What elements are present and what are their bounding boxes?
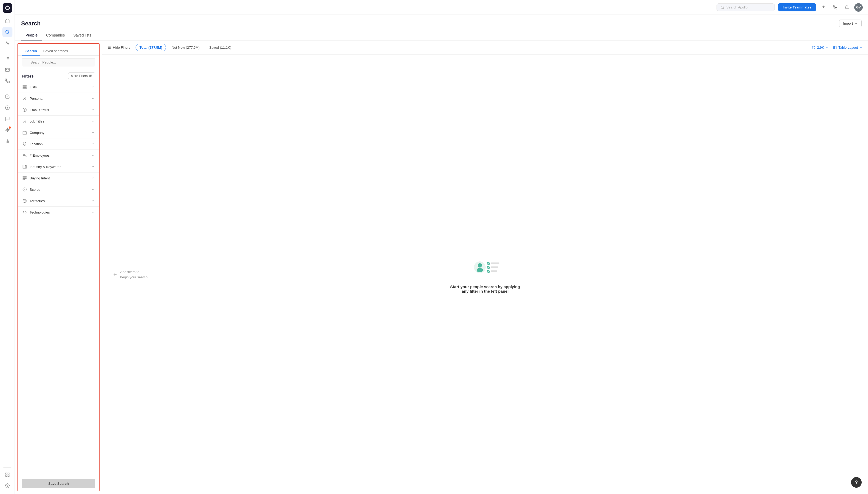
- svg-rect-40: [23, 165, 24, 168]
- filter-location[interactable]: Location: [18, 138, 99, 150]
- page-body: Search Import People Companies Saved lis…: [15, 15, 868, 494]
- svg-point-32: [24, 97, 25, 98]
- filter-employees[interactable]: # Employees: [18, 150, 99, 161]
- nav-divider-1: [3, 51, 12, 51]
- svg-rect-30: [23, 87, 26, 88]
- filter-persona-chevron: [91, 97, 95, 100]
- upload-icon[interactable]: [819, 3, 828, 12]
- svg-point-19: [7, 485, 8, 487]
- svg-point-34: [24, 109, 25, 110]
- filter-buying-intent[interactable]: Buying Intent: [18, 172, 99, 184]
- nav-lists[interactable]: [2, 470, 13, 480]
- industry-icon: [22, 164, 27, 169]
- count-chevron-icon: [826, 46, 829, 49]
- app-logo[interactable]: [3, 3, 12, 13]
- nav-analytics[interactable]: [2, 136, 13, 146]
- email-status-icon: [22, 108, 27, 112]
- invite-teammates-button[interactable]: Invite Teammates: [778, 3, 816, 12]
- add-filters-hint: Add filters to begin your search.: [113, 269, 149, 280]
- filter-location-chevron: [91, 142, 95, 146]
- filter-company[interactable]: Company: [18, 127, 99, 138]
- persona-icon: [22, 96, 27, 101]
- nav-engage[interactable]: [2, 38, 13, 48]
- panel-tab-saved[interactable]: Saved searches: [40, 47, 71, 56]
- svg-rect-26: [91, 75, 92, 76]
- import-button[interactable]: Import: [839, 20, 862, 27]
- svg-rect-71: [491, 270, 497, 272]
- page-title: Search: [21, 20, 40, 27]
- filter-scores-chevron: [91, 188, 95, 191]
- svg-point-37: [24, 143, 25, 144]
- tab-people[interactable]: People: [21, 31, 42, 40]
- filter-industry[interactable]: Industry & Keywords: [18, 161, 99, 172]
- filter-email-status[interactable]: Email Status: [18, 104, 99, 116]
- nav-tasks[interactable]: [2, 92, 13, 101]
- nav-lightning[interactable]: [2, 125, 13, 135]
- territories-icon: [22, 198, 27, 203]
- svg-point-20: [721, 6, 723, 8]
- svg-rect-29: [23, 86, 26, 86]
- filter-employees-chevron: [91, 153, 95, 157]
- sidebar-nav: [0, 0, 15, 494]
- filter-scores[interactable]: Scores: [18, 184, 99, 195]
- svg-rect-18: [8, 475, 9, 477]
- filter-tab-net-new[interactable]: Net New (277.5M): [168, 44, 203, 51]
- table-layout-chevron-icon: [860, 46, 863, 49]
- filter-company-chevron: [91, 131, 95, 134]
- svg-line-1: [8, 33, 9, 34]
- svg-rect-41: [24, 166, 25, 168]
- tab-companies[interactable]: Companies: [42, 31, 69, 40]
- nav-conversations[interactable]: [2, 114, 13, 124]
- panel-tab-search[interactable]: Search: [22, 47, 40, 56]
- phone-icon[interactable]: [831, 3, 839, 12]
- save-icon: [812, 46, 816, 50]
- save-search-button[interactable]: Save Search: [22, 479, 95, 488]
- filter-technologies[interactable]: Technologies: [18, 207, 99, 218]
- search-people-input[interactable]: [22, 58, 95, 66]
- empty-illustration: [469, 255, 501, 279]
- empty-state: Add filters to begin your search.: [102, 55, 868, 494]
- nav-deals[interactable]: [2, 103, 13, 113]
- tab-saved-lists[interactable]: Saved lists: [69, 31, 96, 40]
- nav-sequences[interactable]: [2, 54, 13, 64]
- filter-territories[interactable]: Territories: [18, 195, 99, 207]
- nav-divider-3: [3, 467, 12, 468]
- hint-line-2: begin your search.: [120, 274, 149, 280]
- svg-point-60: [487, 262, 490, 265]
- page-header: Search Import People Companies Saved lis…: [15, 15, 868, 40]
- nav-home[interactable]: [2, 16, 13, 26]
- svg-point-38: [23, 154, 25, 155]
- filter-tab-saved[interactable]: Saved (11.1K): [205, 44, 235, 51]
- nav-email[interactable]: [2, 65, 13, 75]
- nav-calls[interactable]: [2, 76, 13, 86]
- search-global-icon: [721, 5, 724, 9]
- filter-email-chevron: [91, 108, 95, 112]
- arrow-left-icon: [113, 272, 117, 277]
- location-icon: [22, 141, 27, 146]
- svg-line-21: [723, 8, 724, 9]
- global-search[interactable]: Search Apollo: [717, 3, 775, 11]
- filter-persona[interactable]: Persona: [18, 93, 99, 104]
- filter-tab-total[interactable]: Total (277.5M): [135, 44, 166, 51]
- svg-marker-11: [5, 128, 9, 132]
- count-button[interactable]: 2.9K: [812, 45, 829, 50]
- svg-rect-42: [25, 165, 26, 168]
- nav-settings[interactable]: [2, 481, 13, 491]
- svg-point-58: [478, 263, 482, 267]
- search-apollo-placeholder: Search Apollo: [726, 5, 747, 9]
- nav-search[interactable]: [2, 27, 13, 37]
- table-layout-button[interactable]: Table Layout: [833, 45, 863, 50]
- hide-filters-button[interactable]: Hide Filters: [108, 45, 130, 50]
- svg-point-59: [477, 268, 483, 272]
- bell-icon[interactable]: [843, 3, 851, 12]
- filter-job-titles[interactable]: Job Titles: [18, 116, 99, 127]
- filter-lines-icon: [108, 46, 111, 50]
- filter-lists[interactable]: Lists: [18, 81, 99, 93]
- hint-line-1: Add filters to: [120, 269, 149, 274]
- more-filters-button[interactable]: More Filters: [68, 73, 95, 79]
- svg-rect-31: [23, 88, 26, 89]
- svg-rect-52: [834, 46, 836, 49]
- user-avatar[interactable]: GV: [854, 3, 863, 12]
- help-button[interactable]: ?: [851, 477, 862, 488]
- main-content: Search Apollo Invite Teammates GV Search…: [15, 0, 868, 494]
